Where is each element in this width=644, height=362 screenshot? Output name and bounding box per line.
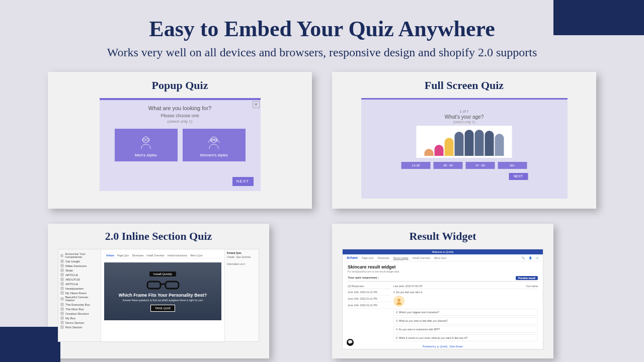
option-mens[interactable]: Men's styles <box>115 129 178 161</box>
response-row[interactable]: June 14th, 2022 01:21 PM <box>348 296 390 302</box>
sidebar-item[interactable]: Demo Section <box>65 321 85 324</box>
nav-item[interactable]: Showcase <box>378 256 389 259</box>
panel-sub: Create : Eye Quizzes <box>227 255 257 258</box>
response-detail: Last date: 2022-07-06 IST Your name 1. D… <box>393 284 538 343</box>
sidebar-item[interactable]: Get Insight <box>65 260 80 263</box>
sidebar-item[interactable]: ARTICLE <box>65 274 78 277</box>
sidebar-item[interactable]: My Box <box>65 317 75 320</box>
page-subtitle: Works very well on all devices and brows… <box>0 46 644 59</box>
corner-accent-bl <box>0 327 60 362</box>
widget-email-line: For test@quizify.com to see result widge… <box>348 270 538 273</box>
glasses-icon <box>145 280 181 291</box>
option-womens[interactable]: Women's styles <box>183 129 246 161</box>
store-preview: Arham Page Quiz Showcase Install Overvie… <box>101 249 224 341</box>
response-row[interactable]: June 14th, 2022 01:21 PM <box>348 302 390 309</box>
sidebar-item[interactable]: Slider <box>65 269 73 272</box>
age-option[interactable]: 47 - 60 <box>466 162 495 169</box>
svg-point-9 <box>397 299 400 302</box>
widget-heading: Skincare result widget <box>348 264 538 269</box>
sidebar-item[interactable]: Rich Section <box>65 326 83 329</box>
cart-icon[interactable]: 🛒 <box>536 256 539 259</box>
question-row: 4. Do you want a moisturizer with SPF? <box>393 326 538 333</box>
nav-item[interactable]: Install Overview <box>146 254 164 257</box>
hero-title: Which Frame Fits Your Personality Best? <box>119 293 207 298</box>
panel-info: Information on it <box>227 262 257 265</box>
card-popup-quiz: Popup Quiz ✕ What are you looking for? P… <box>48 72 312 209</box>
card-title: Popup Quiz <box>152 79 208 92</box>
svg-point-0 <box>143 137 149 143</box>
sidebar-item[interactable]: Headquarters <box>65 287 84 290</box>
corner-accent-tr <box>553 0 644 35</box>
step-indicator: 1 of 7 <box>400 110 528 113</box>
nav-item[interactable]: Showcase <box>132 254 143 257</box>
sidebar-item[interactable]: The Everyday Box <box>65 303 90 306</box>
fsq-select-hint: (select only 1) <box>400 120 528 124</box>
person-male-icon <box>138 136 153 150</box>
nav-item-active[interactable]: Result widget <box>393 256 409 259</box>
search-icon[interactable]: 🔍 <box>522 256 525 259</box>
page-title: Easy to Embed Your Quiz Anywhere <box>0 0 644 42</box>
panel-heading: Embed Quiz <box>227 251 257 254</box>
theme-sidebar: Announce Your Competence Get Insight Mak… <box>58 249 101 341</box>
responses-header: Your quiz responses : Preview result <box>348 276 538 282</box>
sidebar-item[interactable]: ARTICLE <box>65 283 78 286</box>
person-female-icon <box>206 136 221 150</box>
question-row: 2. What's your biggest skin frustration? <box>393 309 538 316</box>
responses-label: Your quiz responses : <box>348 276 379 280</box>
svg-rect-6 <box>147 282 160 289</box>
option-label: Men's styles <box>135 153 157 157</box>
store-topbar: Arham Page Quiz Showcase Install Overvie… <box>104 252 221 258</box>
sidebar-item[interactable]: My News Room <box>65 292 87 295</box>
age-option[interactable]: 28 - 40 <box>434 162 463 169</box>
take-quiz-button[interactable]: TAKE QUIZ <box>150 305 175 312</box>
response-row[interactable]: June 14th, 2022 01:21 PM <box>348 289 390 296</box>
q1-label: 1. Do you feel your skin is <box>393 291 538 294</box>
card-grid: Popup Quiz ✕ What are you looking for? P… <box>0 59 644 358</box>
fullscreen-preview: 1 of 7 What's your age? (select only 1) … <box>361 98 568 199</box>
fsq-question: What's your age? <box>400 114 528 120</box>
svg-rect-7 <box>166 282 179 289</box>
question-row: 3. What do you want to feel after you cl… <box>393 317 538 324</box>
card-fullscreen-quiz: Full Screen Quiz 1 of 7 What's your age?… <box>332 72 596 209</box>
section-settings-panel: Embed Quiz Create : Eye Quizzes Informat… <box>224 249 259 341</box>
card-result-widget: Result Widget Welcome to Quizify Arham P… <box>332 224 553 358</box>
option-label: Women's styles <box>200 153 228 157</box>
sidebar-item[interactable]: ABOUTUS <box>65 278 80 281</box>
next-button[interactable]: NEXT <box>232 177 254 186</box>
nav-item[interactable]: Menu Quiz <box>434 256 446 259</box>
welcome-bar: Welcome to Quizify <box>343 249 543 254</box>
col-responses: (3) Responses <box>348 285 364 288</box>
nav-item[interactable]: Menu Quiz <box>190 254 202 257</box>
nav-item[interactable]: Install instructions <box>168 254 188 257</box>
sidebar-item[interactable]: Beautiful Canvas : Interior <box>65 296 99 302</box>
user-icon[interactable]: 👤 <box>529 256 532 259</box>
powered-by: Powered by ▲ Quizify · Data Driven <box>343 345 543 348</box>
card-inline-quiz: 2.0 Inline Section Quiz Announce Your Co… <box>48 224 269 358</box>
preview-result-button[interactable]: Preview result <box>516 276 538 280</box>
age-option[interactable]: 60+ <box>498 162 527 169</box>
popup-instruction: Please choose one <box>100 113 261 118</box>
sidebar-item[interactable]: The Must Box <box>65 308 84 311</box>
nav-item[interactable]: Page Quiz <box>362 256 373 259</box>
col-name: Your name <box>526 285 538 288</box>
nav-item[interactable]: Install Overview <box>413 256 430 259</box>
nav-item[interactable]: Page Quiz <box>117 254 129 257</box>
next-button[interactable]: NEXT <box>509 173 528 180</box>
popup-select-hint: (select only 1) <box>100 119 261 124</box>
popup-preview: ✕ What are you looking for? Please choos… <box>100 98 261 191</box>
brand-logo: Arham <box>106 254 114 257</box>
card-title: Full Screen Quiz <box>425 79 504 92</box>
sidebar-item[interactable]: Make Decisions <box>65 264 87 267</box>
inline-preview: Announce Your Competence Get Insight Mak… <box>58 249 259 342</box>
card-title: 2.0 Inline Section Quiz <box>105 230 212 243</box>
close-icon[interactable]: ✕ <box>253 101 260 108</box>
age-option[interactable]: 12-28 <box>401 162 431 169</box>
age-people-image <box>417 126 512 158</box>
brand-logo: Arham <box>347 256 358 259</box>
popup-question: What are you looking for? <box>100 105 261 111</box>
sidebar-item[interactable]: Creative Shortcut <box>65 312 89 315</box>
install-pill[interactable]: Install Quickly <box>149 272 176 277</box>
sidebar-item[interactable]: Announce Your Competence <box>65 252 99 258</box>
result-preview: Welcome to Quizify Arham Page Quiz Showc… <box>342 249 543 349</box>
question-row: 5. When it comes to your toner, what do … <box>393 334 538 341</box>
